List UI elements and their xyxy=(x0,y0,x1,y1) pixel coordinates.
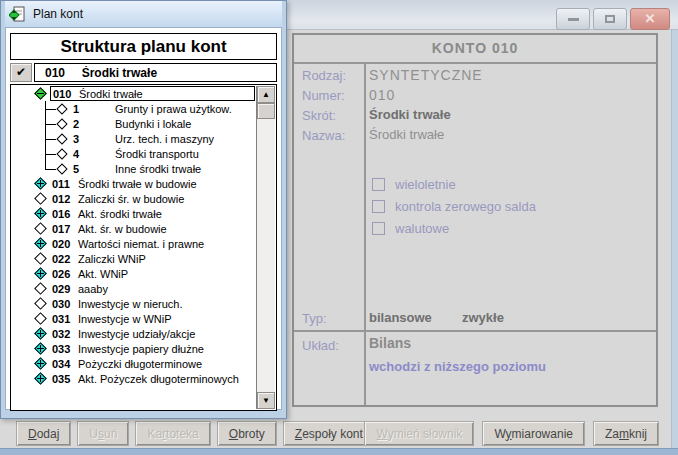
tree-item-number: 033 xyxy=(52,343,78,355)
tree-item[interactable]: 012 Zaliczki śr. w budowie xyxy=(11,191,255,206)
tree-item[interactable]: 016 Akt. środki trwałe xyxy=(11,206,255,221)
dodaj-button[interactable]: Dodaj xyxy=(16,421,71,446)
plan-kont-titlebar: Plan kont xyxy=(5,1,282,27)
tree-node-icon[interactable] xyxy=(34,282,47,295)
kontrola-zerowego-salda-checkbox[interactable] xyxy=(372,200,385,213)
wieloletnie-checkbox[interactable] xyxy=(372,178,385,191)
selected-account-input[interactable] xyxy=(34,63,277,82)
tree-item[interactable]: 2 Budynki i lokale xyxy=(11,116,255,131)
tree-item[interactable]: 029 aaaby xyxy=(11,281,255,296)
tree-node-icon[interactable] xyxy=(56,103,67,114)
footer-button-bar: DodajUsuńKartotekaObrotyZespoły kont Wym… xyxy=(0,419,671,448)
tree-item[interactable]: 4 Środki transportu xyxy=(11,146,255,161)
tree-item-number: 026 xyxy=(52,268,78,280)
tree-item[interactable]: 1 Grunty i prawa użytkow. xyxy=(11,101,255,116)
tree-scrollbar[interactable]: ▲ ▼ xyxy=(256,86,275,409)
wymien-slownik-button[interactable]: Wymień słownik xyxy=(364,421,474,446)
tree-item-label: Środki trwałe xyxy=(79,88,143,100)
tree-item-number: 031 xyxy=(52,313,78,325)
tree-item[interactable]: 030 Inwestycje w nieruch. xyxy=(11,296,255,311)
tree-item[interactable]: 020 Wartości niemat. i prawne xyxy=(11,236,255,251)
tree-node-icon[interactable] xyxy=(34,222,47,235)
tree-item-label: Grunty i prawa użytkow. xyxy=(115,103,232,115)
plan-kont-window: Plan kont Struktura planu kont ✔ 010 Śro… xyxy=(0,0,287,419)
walutowe-checkbox[interactable] xyxy=(372,222,385,235)
tree-node-icon[interactable] xyxy=(34,192,47,205)
tree-item-number: 034 xyxy=(52,358,78,370)
tree-item[interactable]: 034 Pożyczki długoterminowe xyxy=(11,356,255,371)
tree-connector xyxy=(41,146,57,161)
zamknij-button[interactable]: Zamknij xyxy=(593,421,659,446)
tree-item-label: Akt. Pożyczek długoterminowych xyxy=(78,373,239,385)
title-separator xyxy=(294,62,656,64)
tree-node-icon[interactable] xyxy=(34,177,47,190)
tree-item[interactable]: 035 Akt. Pożyczek długoterminowych xyxy=(11,371,255,386)
check-icon: ✔ xyxy=(16,65,26,79)
tree-node-icon[interactable] xyxy=(34,357,47,370)
scrollbar-thumb[interactable] xyxy=(257,103,275,119)
tree-item[interactable]: 022 Zaliczki WNiP xyxy=(11,251,255,266)
rodzaj-label: Rodzaj: xyxy=(302,68,346,83)
tree-item[interactable]: 3 Urz. tech. i maszyny xyxy=(11,131,255,146)
tree-node-icon[interactable] xyxy=(34,327,47,340)
tree-item-number: 032 xyxy=(52,328,78,340)
structure-header: Struktura planu kont xyxy=(10,33,277,60)
tree-node-icon[interactable] xyxy=(56,148,67,159)
label-column-divider xyxy=(364,64,366,405)
tree-node-icon[interactable] xyxy=(34,297,47,310)
confirm-selection-button[interactable]: ✔ xyxy=(10,63,32,82)
tree-connector xyxy=(41,161,57,176)
tree-node-icon[interactable] xyxy=(34,372,47,385)
footer-right-group: Wymień słownikWymiarowanieZamknij xyxy=(364,421,659,446)
plan-kont-window-title: Plan kont xyxy=(33,7,83,21)
tree-item[interactable]: 033 Inwestycje papiery dłużne xyxy=(11,341,255,356)
scroll-down-button[interactable]: ▼ xyxy=(257,392,275,409)
tree-node-icon[interactable] xyxy=(56,163,67,174)
konto-detail-panel: KONTO 010 Rodzaj: SYNTETYCZNE Numer: 010… xyxy=(292,33,658,407)
checkbox-row-wieloletnie: wieloletnie xyxy=(372,173,536,195)
skrot-label: Skrót: xyxy=(302,108,336,123)
zespoly-kont-button[interactable]: Zespoły kont xyxy=(283,421,375,446)
tree-node-icon[interactable] xyxy=(34,312,47,325)
tree-item-number: 5 xyxy=(73,163,115,175)
minimize-button[interactable] xyxy=(556,8,590,30)
kartoteka-button[interactable]: Kartoteka xyxy=(135,421,210,446)
tree-item-label: Akt. WNiP xyxy=(78,268,128,280)
usun-button[interactable]: Usuń xyxy=(77,421,129,446)
tree-node-icon[interactable] xyxy=(34,267,47,280)
scrollbar-track[interactable] xyxy=(257,103,275,392)
tree-item[interactable]: 032 Inwestycje udziały/akcje xyxy=(11,326,255,341)
tree-node-icon[interactable] xyxy=(34,237,47,250)
scroll-up-button[interactable]: ▲ xyxy=(257,86,275,103)
tree-item[interactable]: 5 Inne środki trwałe xyxy=(11,161,255,176)
tree-item[interactable]: 011 Środki trwałe w budowie xyxy=(11,176,255,191)
tree-node-icon[interactable] xyxy=(34,342,47,355)
scroll-up-icon: ▲ xyxy=(262,90,270,99)
account-tree-listbox: 010 Środki trwałe 1 Grunty i prawa użytk… xyxy=(10,84,277,411)
close-button[interactable]: ✕ xyxy=(630,8,670,30)
tree-node-icon[interactable] xyxy=(56,118,67,129)
tree-item[interactable]: 031 Inwestycje w WNiP xyxy=(11,311,255,326)
tree-item-label: Akt. środki trwałe xyxy=(78,208,162,220)
tree-item-number: 022 xyxy=(52,253,78,265)
tree-item-label: Inwestycje w nieruch. xyxy=(78,298,183,310)
typ-label: Typ: xyxy=(302,311,327,326)
tree-item-label: Akt. śr. w budowie xyxy=(78,223,167,235)
tree-node-icon[interactable] xyxy=(56,133,67,144)
tree-item-number: 010 xyxy=(53,88,79,100)
tree-item-label: Inwestycje w WNiP xyxy=(78,313,172,325)
maximize-button[interactable] xyxy=(593,8,627,30)
kontrola-zerowego-salda-label: kontrola zerowego salda xyxy=(395,199,536,214)
typ-value-2: zwykłe xyxy=(462,310,504,325)
tree-item[interactable]: 026 Akt. WNiP xyxy=(11,266,255,281)
tree-item[interactable]: 010 Środki trwałe xyxy=(11,86,255,101)
tree-item[interactable]: 017 Akt. śr. w budowie xyxy=(11,221,255,236)
uklad-value-1: Bilans xyxy=(369,335,411,351)
obroty-button[interactable]: Obroty xyxy=(217,421,277,446)
wymiarowanie-button[interactable]: Wymiarowanie xyxy=(482,421,585,446)
tree-node-icon[interactable] xyxy=(34,207,47,220)
checkbox-row-kontrola: kontrola zerowego salda xyxy=(372,195,536,217)
tree-item-label: Wartości niemat. i prawne xyxy=(78,238,204,250)
tree-node-icon[interactable] xyxy=(34,87,47,100)
tree-node-icon[interactable] xyxy=(34,252,47,265)
